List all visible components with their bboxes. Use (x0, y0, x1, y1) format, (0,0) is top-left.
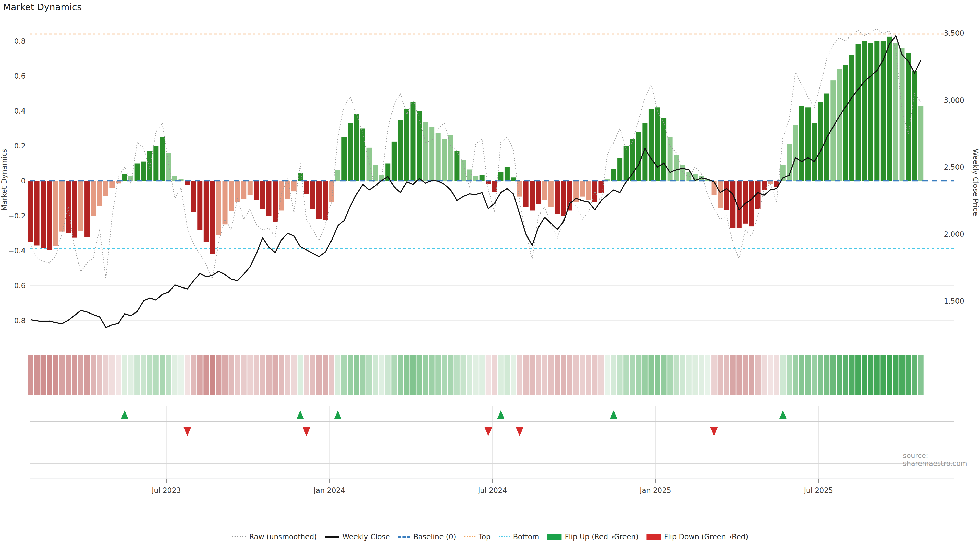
heatmap-cell (617, 355, 623, 395)
heatmap-strip (28, 355, 924, 395)
bar (617, 158, 622, 181)
bar (172, 176, 177, 181)
bar (122, 174, 127, 181)
left-tick-label: −0.6 (8, 282, 25, 290)
heatmap-cell (874, 355, 880, 395)
source-annotation: source: sharemaestro.com (903, 451, 967, 467)
bar (649, 109, 654, 181)
bar (818, 102, 823, 181)
heatmap-cell (260, 355, 265, 395)
bar (360, 129, 366, 181)
heatmap-cell (110, 355, 115, 395)
bar (210, 181, 215, 254)
bar (918, 106, 923, 181)
bar (461, 160, 466, 181)
heatmap-cell (185, 355, 190, 395)
bar (793, 125, 798, 181)
bar (241, 181, 246, 199)
heatmap-cell (122, 355, 127, 395)
heatmap-cell (204, 355, 209, 395)
bar (429, 127, 434, 181)
heatmap-cell (379, 355, 384, 395)
legend: Raw (unsmoothed)Weekly CloseBaseline (0)… (232, 533, 748, 541)
heatmap-cell (611, 355, 616, 395)
heatmap-cell (247, 355, 253, 395)
heatmap-cell (191, 355, 196, 395)
right-tick-label: 2,500 (944, 163, 964, 171)
heatmap-cell (460, 355, 466, 395)
heatmap-cell (586, 355, 591, 395)
flip-up-marker (610, 410, 617, 419)
bar (223, 181, 228, 224)
bar (436, 133, 441, 181)
bar (523, 181, 528, 207)
heatmap-cell (47, 355, 52, 395)
flip-down-marker (516, 427, 523, 436)
bar (906, 53, 911, 181)
legend-item-bottom[interactable]: Bottom (499, 533, 539, 541)
heatmap-cell (655, 355, 660, 395)
heatmap-cell (272, 355, 278, 395)
heatmap-cell (72, 355, 77, 395)
heatmap-cell (818, 355, 823, 395)
bar (110, 181, 115, 188)
bar (454, 151, 460, 181)
bar (335, 170, 340, 181)
bar (805, 107, 811, 181)
heatmap-cell (762, 355, 767, 395)
bar (668, 137, 673, 181)
bar (655, 107, 660, 181)
legend-item-flip-down[interactable]: Flip Down (Green→Red) (647, 533, 748, 541)
legend-item-top[interactable]: Top (464, 533, 490, 541)
heatmap-cell (699, 355, 704, 395)
heatmap-cell (354, 355, 360, 395)
bar (530, 181, 535, 210)
bar (850, 55, 854, 181)
bar (141, 162, 146, 181)
bar (718, 181, 723, 208)
flip-up-marker (334, 410, 342, 419)
legend-item-baseline[interactable]: Baseline (0) (398, 533, 456, 541)
heatmap-cell (178, 355, 184, 395)
raw-swatch-icon (232, 536, 246, 537)
bar (912, 71, 917, 181)
heatmap-cell (674, 355, 679, 395)
bar (862, 41, 867, 181)
heatmap-cell (661, 355, 667, 395)
page: Market Dynamics 0.80.60.40.20−0.2−0.4−0.… (0, 0, 980, 551)
heatmap-cell (749, 355, 754, 395)
heatmap-cell (862, 355, 867, 395)
bar (580, 181, 585, 197)
top-swatch-icon (464, 536, 476, 537)
heatmap-cell (210, 355, 215, 395)
heatmap-cell (279, 355, 284, 395)
legend-label: Raw (unsmoothed) (249, 533, 317, 541)
bar (329, 181, 334, 202)
bar (84, 181, 89, 237)
legend-item-raw[interactable]: Raw (unsmoothed) (232, 533, 317, 541)
bar (47, 181, 52, 250)
market-dynamics-chart: 0.80.60.40.20−0.2−0.4−0.6−0.83,5003,0002… (0, 0, 980, 551)
heatmap-cell (567, 355, 573, 395)
bar (404, 109, 409, 181)
heatmap-cell (605, 355, 610, 395)
heatmap-cell (667, 355, 673, 395)
bar (749, 181, 754, 226)
legend-item-weekly-close[interactable]: Weekly Close (325, 533, 390, 541)
heatmap-cell (887, 355, 892, 395)
heatmap-cell (135, 355, 140, 395)
bar (166, 153, 171, 181)
heatmap-cell (116, 355, 121, 395)
flip-up-marker (779, 410, 787, 419)
legend-item-flip-up[interactable]: Flip Up (Red→Green) (547, 533, 638, 541)
bar (636, 132, 641, 181)
bar (473, 176, 478, 181)
bar (304, 181, 309, 194)
bar (323, 181, 328, 220)
heatmap-cell (555, 355, 560, 395)
bar (28, 181, 33, 242)
heatmap-cell (423, 355, 428, 395)
bar (91, 181, 96, 216)
bar (410, 102, 415, 181)
flip-up-marker (296, 410, 304, 419)
